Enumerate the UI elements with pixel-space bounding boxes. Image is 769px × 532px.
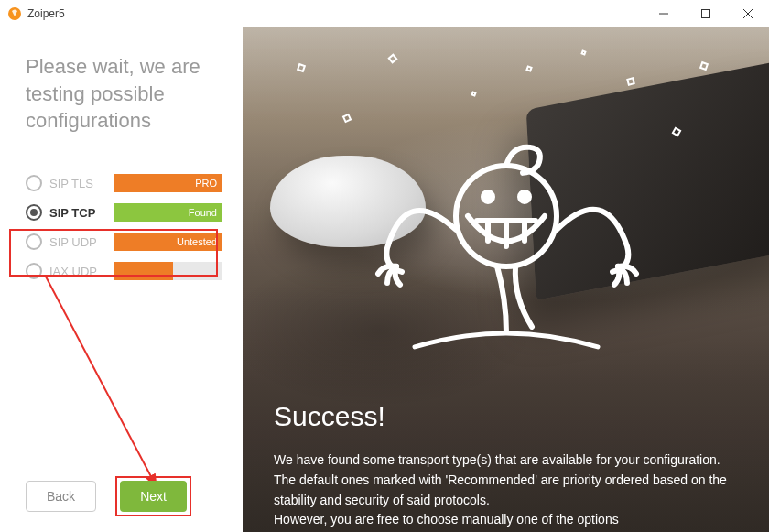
- svg-point-11: [483, 192, 493, 201]
- success-title: Success!: [274, 401, 738, 432]
- back-button-label: Back: [47, 489, 75, 504]
- config-list: SIP TLSPROSIP TCPFoundSIP UDPUntestedIAX…: [26, 173, 222, 281]
- next-button[interactable]: Next: [120, 481, 187, 512]
- config-label: SIP UDP: [49, 235, 114, 249]
- config-row-sip-udp[interactable]: SIP UDPUntested: [26, 232, 222, 252]
- next-button-label: Next: [140, 489, 167, 504]
- app-icon: [7, 6, 22, 21]
- page-heading: Please wait, we are testing possible con…: [26, 53, 222, 135]
- right-pane: Success! We have found some transport ty…: [243, 27, 769, 532]
- status-badge: PRO: [195, 174, 217, 192]
- maximize-button[interactable]: [685, 0, 727, 27]
- config-row-sip-tcp[interactable]: SIP TCPFound: [26, 202, 222, 223]
- window-controls: [643, 0, 769, 27]
- success-line-1: We have found some transport type(s) tha…: [274, 452, 720, 467]
- svg-rect-2: [702, 9, 710, 17]
- config-label: IAX UDP: [49, 265, 114, 278]
- radio-icon[interactable]: [26, 175, 42, 191]
- mascot-icon: [360, 129, 653, 371]
- close-button[interactable]: [727, 0, 769, 27]
- app-title: Zoiper5: [27, 7, 65, 20]
- config-label: SIP TLS: [49, 177, 114, 190]
- svg-line-5: [46, 277, 156, 485]
- titlebar: Zoiper5: [0, 0, 769, 27]
- bottom-nav: Back Next: [26, 481, 222, 512]
- status-bar: PRO: [114, 174, 222, 192]
- status-badge: Untested: [177, 233, 217, 251]
- radio-icon[interactable]: [26, 233, 42, 250]
- success-text: Success! We have found some transport ty…: [274, 401, 738, 530]
- config-row-iax-udp[interactable]: IAX UDP: [26, 261, 222, 281]
- config-row-sip-tls[interactable]: SIP TLSPRO: [26, 173, 222, 193]
- annotation-arrow: [37, 277, 183, 505]
- config-label: SIP TCP: [49, 206, 114, 220]
- back-button[interactable]: Back: [26, 481, 96, 512]
- svg-point-12: [520, 192, 529, 201]
- success-line-3: However, you are free to choose manually…: [274, 512, 619, 527]
- status-bar: Found: [114, 203, 222, 222]
- radio-icon[interactable]: [26, 263, 42, 279]
- left-pane: Please wait, we are testing possible con…: [0, 27, 243, 532]
- status-bar: Untested: [114, 233, 222, 251]
- status-badge: Found: [189, 203, 217, 222]
- minimize-button[interactable]: [643, 0, 685, 27]
- success-line-2: The default ones marked with 'Recommende…: [274, 472, 727, 507]
- radio-icon[interactable]: [26, 204, 42, 221]
- status-bar: [114, 262, 222, 280]
